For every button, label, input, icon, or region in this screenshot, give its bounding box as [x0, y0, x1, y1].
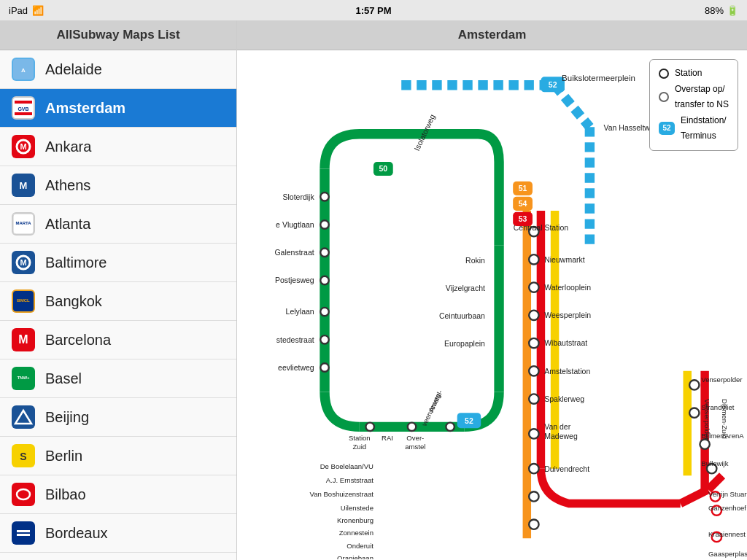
svg-point-71	[529, 394, 538, 403]
svg-text:BMCL: BMCL	[17, 298, 30, 303]
status-bar: iPad 📶 1:57 PM 88% 🔋	[0, 0, 747, 20]
svg-rect-28	[13, 523, 34, 543]
icon-ankara: M	[12, 135, 35, 158]
svg-point-70	[529, 366, 538, 376]
svg-text:Μ: Μ	[20, 180, 28, 191]
svg-text:TNW+: TNW+	[17, 376, 30, 380]
svg-point-56	[320, 276, 328, 284]
icon-beijing	[12, 405, 35, 429]
svg-text:Venserpolder: Venserpolder	[703, 399, 711, 440]
svg-line-47	[681, 489, 708, 503]
svg-text:Uilenstede: Uilenstede	[341, 504, 374, 512]
svg-point-68	[529, 311, 538, 320]
svg-text:Duivendrecht: Duivendrecht	[544, 464, 589, 473]
svg-point-61	[408, 423, 416, 431]
sidebar-item-bilbao[interactable]: Bilbao	[0, 475, 236, 514]
svg-text:Vijzelgracht: Vijzelgracht	[446, 284, 485, 292]
svg-text:Zuid: Zuid	[353, 443, 367, 451]
svg-text:50: 50	[379, 164, 387, 173]
sidebar-item-bordeaux[interactable]: Bordeaux	[0, 514, 236, 553]
svg-text:54: 54	[519, 199, 527, 208]
icon-basel: TNW+	[12, 367, 35, 390]
svg-text:51: 51	[519, 184, 527, 192]
svg-text:Oranjebaan: Oranjebaan	[337, 554, 374, 559]
sidebar-item-adelaide[interactable]: AAdelaide	[0, 50, 236, 89]
sidebar-item-barcelona[interactable]: MBarcelona	[0, 321, 236, 359]
svg-text:Buikslotermeerplein: Buikslotermeerplein	[562, 74, 635, 82]
terminus-label: Eindstation/Terminus	[681, 113, 727, 144]
svg-text:Van der: Van der	[544, 422, 570, 431]
svg-text:Onderuit: Onderuit	[347, 542, 374, 550]
svg-text:Lelylaan: Lelylaan	[286, 307, 314, 316]
svg-point-62	[446, 423, 454, 431]
svg-point-57	[320, 308, 328, 316]
svg-text:Postjesweg: Postjesweg	[275, 276, 314, 284]
svg-text:M: M	[18, 333, 28, 346]
sidebar-item-athens[interactable]: ΜAthens	[0, 166, 236, 205]
svg-text:Venserpolder: Venserpolder	[701, 376, 743, 384]
sidebar-item-berlin[interactable]: SBerlin	[0, 437, 236, 475]
svg-rect-5	[15, 112, 32, 115]
icon-baltimore: M	[12, 251, 35, 274]
sidebar-item-beijing[interactable]: Beijing	[0, 398, 236, 437]
svg-text:52: 52	[465, 416, 473, 425]
sidebar: AllSubway Maps List AAdelaideGVBAmsterda…	[0, 20, 237, 560]
svg-text:Zonnestein: Zonnestein	[339, 529, 374, 537]
svg-text:Waterlooplein: Waterlooplein	[544, 283, 591, 292]
item-label-amsterdam: Amsterdam	[45, 100, 125, 117]
wifi-icon: 📶	[32, 5, 44, 16]
item-label-atlanta: Atlanta	[45, 216, 90, 233]
battery-icon: 🔋	[727, 5, 738, 16]
svg-rect-4	[15, 101, 32, 104]
item-label-adelaide: Adelaide	[45, 61, 102, 78]
icon-bangkok: BMCL	[12, 289, 35, 313]
svg-text:M: M	[20, 142, 26, 151]
svg-text:RAI: RAI	[382, 434, 393, 442]
svg-text:Kronenburg: Kronenburg	[337, 516, 374, 524]
legend-transfer: Overstap op/transfer to NS	[659, 82, 729, 113]
sidebar-item-basel[interactable]: TNW+Basel	[0, 359, 236, 398]
sidebar-item-bangkok[interactable]: BMCLBangkok	[0, 282, 236, 321]
item-label-beijing: Beijing	[45, 409, 89, 426]
svg-point-76	[689, 380, 699, 389]
battery-label: 88%	[705, 5, 724, 16]
icon-berlin: S	[12, 444, 35, 467]
svg-point-69	[529, 338, 538, 348]
transfer-label: Overstap op/transfer to NS	[675, 82, 729, 113]
icon-athens: Μ	[12, 174, 35, 197]
svg-text:Station: Station	[349, 434, 371, 442]
sidebar-item-boston[interactable]: TBoston	[0, 553, 236, 560]
legend-terminus: 52 Eindstation/Terminus	[659, 113, 729, 144]
sidebar-item-atlanta[interactable]: MARTAAtlanta	[0, 205, 236, 244]
sidebar-item-ankara[interactable]: MAnkara	[0, 128, 236, 166]
svg-text:Spaklerweg: Spaklerweg	[544, 394, 584, 403]
item-label-baltimore: Baltimore	[45, 254, 107, 271]
svg-point-59	[320, 363, 328, 371]
sidebar-item-amsterdam[interactable]: GVBAmsterdam	[0, 89, 236, 128]
terminus-icon: 52	[659, 122, 675, 135]
svg-text:Ceintuurbaan: Ceintuurbaan	[439, 311, 485, 320]
svg-point-58	[320, 335, 328, 343]
map-area: Amsterdam Station Overstap op/transfer t…	[237, 20, 747, 560]
transfer-icon	[659, 92, 669, 102]
svg-text:Gaasperplas: Gaasperplas	[708, 550, 747, 558]
svg-point-60	[365, 423, 374, 431]
svg-text:Wibautstraat: Wibautstraat	[544, 338, 587, 347]
svg-text:Van Boshuizenstraat: Van Boshuizenstraat	[310, 490, 374, 498]
svg-point-67	[529, 282, 538, 292]
svg-text:Bullewijk: Bullewijk	[701, 459, 728, 467]
item-label-bangkok: Bangkok	[45, 293, 102, 310]
svg-text:Galenstraat: Galenstraat	[274, 248, 314, 257]
svg-text:53: 53	[519, 214, 527, 223]
sidebar-item-baltimore[interactable]: MBaltimore	[0, 244, 236, 282]
map-content: Station Overstap op/transfer to NS 52 Ei…	[237, 50, 747, 559]
svg-text:52: 52	[549, 80, 557, 89]
svg-text:Nieuwmarkt: Nieuwmarkt	[544, 255, 585, 264]
svg-text:Diemen-Zuid: Diemen-Zuid	[721, 399, 729, 439]
svg-text:eevlietweg: eevlietweg	[278, 363, 314, 372]
svg-text:Madeweg: Madeweg	[544, 432, 578, 440]
svg-text:MARTA: MARTA	[15, 221, 31, 225]
sidebar-title: AllSubway Maps List	[0, 20, 236, 50]
icon-barcelona: M	[12, 328, 35, 351]
svg-rect-29	[17, 530, 30, 532]
